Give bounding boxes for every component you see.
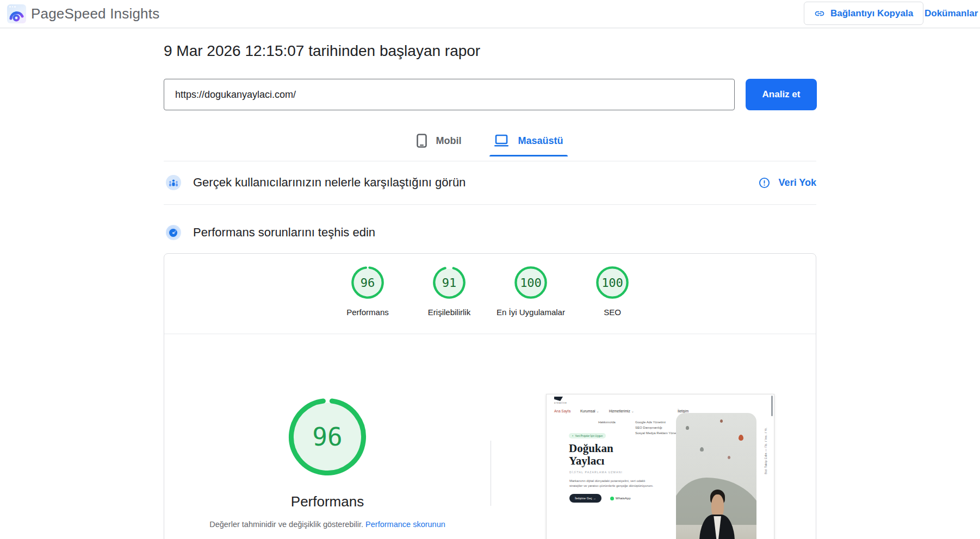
disclaimer-text: Değerler tahminidir ve değişiklik göster… xyxy=(209,520,365,529)
score-accessibility[interactable]: 91 Erişilebilirlik xyxy=(408,266,490,317)
score-value: 96 xyxy=(351,266,384,299)
performance-detail: 96 Performans Değerler tahminidir ve değ… xyxy=(164,396,491,529)
lighthouse-report-card: 96 Performans 91 Erişilebilirlik 100 En … xyxy=(164,253,816,539)
site-nav-corporate: Kurumsal ⌄ xyxy=(580,409,599,413)
pagespeed-insights-page: PageSpeed Insights Bağlantıyı Kopyala Do… xyxy=(0,0,980,539)
score-performance[interactable]: 96 Performans xyxy=(327,266,408,317)
site-nav-services: Hizmetlerimiz ⌄ xyxy=(609,409,634,413)
site-heading: Doğukan Yaylacı xyxy=(569,442,613,467)
field-data-section: Gerçek kullanıcılarınızın nelerle karşıl… xyxy=(164,161,816,204)
diagnose-section: Performans sorunlarını teşhis edin xyxy=(164,211,816,254)
report-title: 9 Mar 2026 12:15:07 tarihinden başlayan … xyxy=(164,42,480,60)
site-hero-photo xyxy=(676,413,756,539)
site-nav: Ana Sayfa Kurumsal ⌄ Hizmetlerimiz ⌄ İle… xyxy=(554,409,689,413)
balloon-icon xyxy=(728,456,730,459)
site-nav-home: Ana Sayfa xyxy=(554,409,570,413)
users-icon xyxy=(166,175,181,190)
score-label: Performans xyxy=(346,308,389,317)
tab-desktop-label: Masaüstü xyxy=(518,135,563,147)
divider xyxy=(164,334,816,334)
score-label: SEO xyxy=(604,308,621,317)
analyze-button[interactable]: Analiz et xyxy=(746,79,817,110)
copy-link-label: Bağlantıyı Kopyala xyxy=(830,8,913,19)
site-logo-icon xyxy=(554,397,563,401)
score-disclaimer: Değerler tahminidir ve değişiklik göster… xyxy=(164,520,491,529)
site-screenshot-preview[interactable]: creative Ana Sayfa Kurumsal ⌄ Hizmetleri… xyxy=(546,394,774,539)
pagespeed-logo-icon xyxy=(7,4,26,23)
balloon-icon xyxy=(686,426,689,430)
best-practices-gauge: 100 xyxy=(514,266,548,299)
balloon-icon xyxy=(720,419,723,423)
score-label: En İyi Uygulamalar xyxy=(497,308,565,317)
app-header: PageSpeed Insights Bağlantıyı Kopyala Do… xyxy=(0,0,980,28)
site-availability-badge: Yeni Projeler İçin Uygun xyxy=(569,433,606,438)
divider xyxy=(491,441,491,506)
tab-mobile[interactable]: Mobil xyxy=(414,130,463,156)
category-scores: 96 Performans 91 Erişilebilirlik 100 En … xyxy=(164,266,816,317)
accessibility-gauge: 91 xyxy=(432,266,466,299)
diagnose-title: Performans sorunlarını teşhis edin xyxy=(193,225,375,240)
site-contact-button: İletişime Geç → xyxy=(569,494,601,503)
site-paragraph: Markanızın dijital dünyadaki potansiyeli… xyxy=(569,479,659,488)
app-title: PageSpeed Insights xyxy=(31,0,159,28)
copy-link-button[interactable]: Bağlantıyı Kopyala xyxy=(804,2,923,25)
score-best-practices[interactable]: 100 En İyi Uygulamalar xyxy=(490,266,572,317)
score-label: Erişilebilirlik xyxy=(428,308,470,317)
performance-score-value: 96 xyxy=(286,396,369,478)
performance-detail-label: Performans xyxy=(164,493,491,510)
field-data-title: Gerçek kullanıcılarınızın nelerle karşıl… xyxy=(193,176,466,190)
site-cta-row: İletişime Geç → WhatsApp xyxy=(569,494,631,503)
docs-link[interactable]: Dokümanlar xyxy=(925,0,978,28)
url-input[interactable] xyxy=(164,79,735,110)
no-data-link[interactable]: Veri Yok xyxy=(759,177,816,189)
performance-big-gauge: 96 xyxy=(286,396,369,478)
balloon-icon xyxy=(739,435,743,441)
link-icon xyxy=(814,8,825,19)
score-calc-link[interactable]: Performance skorunun xyxy=(365,520,445,529)
phone-icon xyxy=(417,134,427,148)
score-seo[interactable]: 100 SEO xyxy=(572,266,653,317)
no-data-label: Veri Yok xyxy=(779,177,816,189)
score-value: 100 xyxy=(514,266,548,299)
site-menu-services-list: Google Ads Yönetimi SEO Danışmanlığı Sos… xyxy=(635,419,681,436)
site-follow-links: Bizi Takip Edin — Fb. / Ins. / Yt. xyxy=(764,427,767,474)
whatsapp-icon xyxy=(610,497,614,500)
speedometer-icon xyxy=(166,225,181,240)
site-logo: creative xyxy=(554,397,567,404)
performance-gauge: 96 xyxy=(351,266,384,299)
laptop-icon xyxy=(494,134,509,147)
info-icon xyxy=(759,177,770,189)
site-menu-about: Hakkımızda xyxy=(598,421,616,424)
device-tabs: Mobil Masaüstü xyxy=(164,130,816,156)
site-logo-word: creative xyxy=(554,402,567,404)
score-value: 100 xyxy=(596,266,629,299)
tab-desktop[interactable]: Masaüstü xyxy=(492,130,565,156)
tab-mobile-label: Mobil xyxy=(436,135,461,147)
site-subtitle: DİJİTAL PAZARLAMA UZMANI xyxy=(569,471,623,474)
balloon-icon xyxy=(700,447,704,452)
score-value: 91 xyxy=(432,266,466,299)
person-photo xyxy=(698,494,735,539)
divider xyxy=(164,204,816,205)
preview-scrollbar[interactable] xyxy=(771,396,773,416)
site-whatsapp-button: WhatsApp xyxy=(610,497,631,500)
seo-gauge: 100 xyxy=(596,266,629,299)
